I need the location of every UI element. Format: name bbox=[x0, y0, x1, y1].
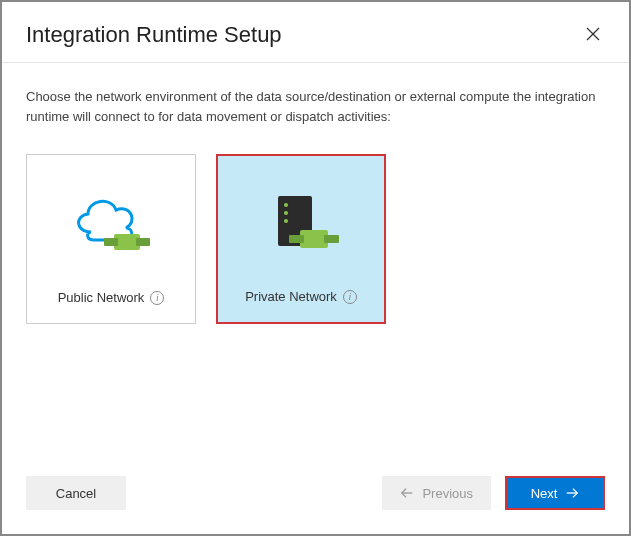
option-public-network[interactable]: Public Network i bbox=[26, 154, 196, 324]
svg-point-8 bbox=[284, 219, 288, 223]
svg-rect-9 bbox=[300, 230, 328, 248]
button-label: Cancel bbox=[56, 486, 96, 501]
dialog-title: Integration Runtime Setup bbox=[26, 22, 282, 48]
option-label: Public Network bbox=[58, 290, 145, 305]
svg-rect-11 bbox=[324, 235, 339, 243]
dialog-footer: Cancel Previous Next bbox=[2, 460, 629, 534]
option-private-network[interactable]: Private Network i bbox=[216, 154, 386, 324]
arrow-left-icon bbox=[400, 486, 414, 500]
description-text: Choose the network environment of the da… bbox=[26, 87, 605, 126]
button-label: Previous bbox=[422, 486, 473, 501]
network-options: Public Network i bbox=[26, 154, 605, 324]
cloud-network-icon bbox=[66, 190, 156, 260]
option-label-row: Private Network i bbox=[245, 283, 357, 312]
svg-point-7 bbox=[284, 211, 288, 215]
arrow-right-icon bbox=[565, 486, 579, 500]
dialog-body: Choose the network environment of the da… bbox=[2, 63, 629, 460]
option-label: Private Network bbox=[245, 289, 337, 304]
svg-rect-3 bbox=[104, 238, 118, 246]
close-icon bbox=[585, 26, 601, 42]
option-icon-wrap bbox=[37, 165, 185, 284]
previous-button[interactable]: Previous bbox=[382, 476, 491, 510]
option-icon-wrap bbox=[228, 166, 374, 283]
integration-runtime-setup-dialog: Integration Runtime Setup Choose the net… bbox=[0, 0, 631, 536]
dialog-header: Integration Runtime Setup bbox=[2, 2, 629, 63]
svg-point-6 bbox=[284, 203, 288, 207]
button-label: Next bbox=[531, 486, 558, 501]
cancel-button[interactable]: Cancel bbox=[26, 476, 126, 510]
info-icon[interactable]: i bbox=[343, 290, 357, 304]
option-label-row: Public Network i bbox=[58, 284, 165, 313]
next-button[interactable]: Next bbox=[505, 476, 605, 510]
info-icon[interactable]: i bbox=[150, 291, 164, 305]
server-network-icon bbox=[256, 190, 346, 260]
svg-rect-10 bbox=[289, 235, 304, 243]
footer-right-group: Previous Next bbox=[382, 476, 605, 510]
close-button[interactable] bbox=[581, 22, 605, 46]
svg-rect-4 bbox=[136, 238, 150, 246]
